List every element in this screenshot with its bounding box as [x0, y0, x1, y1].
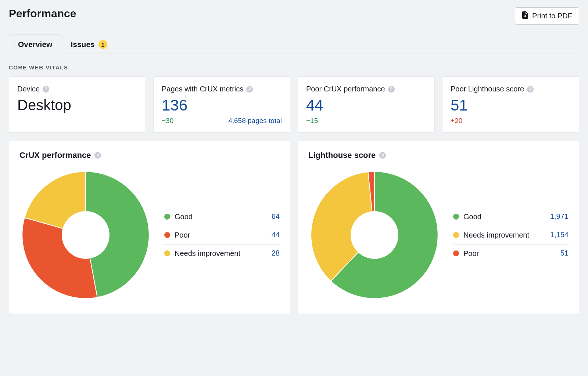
card-value: 44 [306, 98, 426, 113]
card-label: Poor Lighthouse score ? [451, 85, 571, 93]
tab-overview[interactable]: Overview [9, 35, 61, 54]
legend-label: Poor [463, 249, 556, 258]
help-icon[interactable]: ? [527, 86, 534, 93]
legend-label: Good [175, 212, 267, 221]
legend-label: Good [463, 212, 546, 221]
tabs: Overview Issues 1 [9, 34, 579, 54]
legend-value: 1,971 [550, 212, 569, 221]
legend-row[interactable]: Poor51 [453, 245, 569, 263]
delta: −15 [306, 117, 318, 125]
delta: +20 [451, 117, 462, 125]
legend-row[interactable]: Good1,971 [453, 208, 569, 226]
help-icon[interactable]: ? [379, 152, 386, 159]
legend: Good64Poor44Needs improvement28 [164, 208, 280, 263]
card-label: Poor CrUX performance ? [306, 85, 426, 93]
issues-count-badge: 1 [98, 40, 107, 49]
legend-row[interactable]: Needs improvement28 [164, 245, 280, 263]
legend-value: 1,154 [550, 231, 569, 239]
card-crux-poor: Poor CrUX performance ? 44 −15 [298, 76, 435, 133]
section-heading: CORE WEB VITALS [9, 64, 579, 70]
card-lighthouse-poor: Poor Lighthouse score ? 51 +20 [442, 76, 579, 133]
legend-label: Needs improvement [463, 231, 546, 240]
legend-label: Poor [175, 231, 267, 240]
card-label: Device ? [17, 85, 137, 93]
donut-chart [308, 169, 441, 301]
legend-swatch [164, 214, 170, 220]
help-icon[interactable]: ? [94, 152, 101, 159]
help-icon[interactable]: ? [43, 86, 49, 93]
card-note[interactable]: 4,658 pages total [228, 117, 282, 125]
legend-row[interactable]: Needs improvement1,154 [453, 226, 569, 245]
page-title: Performance [9, 7, 76, 20]
help-icon[interactable]: ? [246, 86, 253, 93]
legend-label: Needs improvement [175, 249, 267, 258]
tab-label: Issues [71, 40, 94, 49]
chart-title: CrUX performance ? [19, 151, 280, 160]
file-download-icon [522, 11, 528, 21]
delta: −30 [162, 117, 173, 125]
legend-value: 64 [272, 212, 280, 221]
legend-swatch [453, 250, 459, 256]
legend: Good1,971Needs improvement1,154Poor51 [453, 208, 569, 263]
legend-swatch [164, 232, 170, 238]
legend-value: 44 [272, 231, 280, 239]
legend-row[interactable]: Poor44 [164, 226, 280, 245]
card-value: 136 [162, 98, 282, 113]
legend-swatch [453, 214, 459, 220]
card-crux-pages: Pages with CrUX metrics ? 136 −30 4,658 … [153, 76, 290, 133]
legend-row[interactable]: Good64 [164, 208, 280, 226]
legend-swatch [164, 250, 170, 256]
help-icon[interactable]: ? [388, 86, 395, 93]
legend-value: 28 [272, 249, 280, 257]
donut-chart [19, 169, 152, 301]
chart-card-crux: CrUX performance ? Good64Poor44Needs imp… [9, 141, 290, 314]
card-label: Pages with CrUX metrics ? [162, 85, 282, 93]
print-to-pdf-button[interactable]: Print to PDF [515, 7, 579, 25]
card-value: Desktop [17, 98, 137, 112]
chart-title: Lighthouse score ? [308, 151, 569, 160]
tab-label: Overview [18, 40, 52, 49]
legend-swatch [453, 232, 459, 238]
legend-value: 51 [560, 249, 569, 257]
tab-issues[interactable]: Issues 1 [61, 35, 116, 54]
chart-card-lighthouse: Lighthouse score ? Good1,971Needs improv… [298, 141, 579, 314]
print-button-label: Print to PDF [532, 12, 572, 20]
card-value: 51 [451, 98, 571, 113]
card-device: Device ? Desktop [9, 76, 146, 133]
